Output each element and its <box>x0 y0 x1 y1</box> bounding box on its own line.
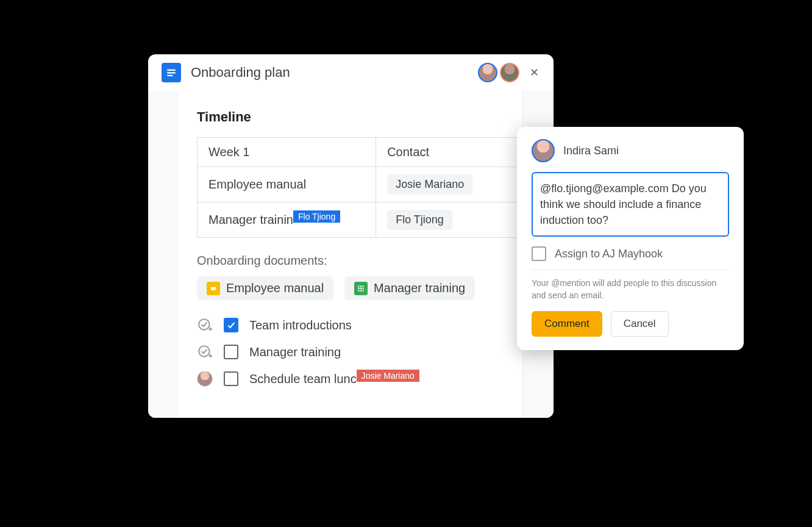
comment-card: Indira Sami @flo.tjiong@example.com Do y… <box>517 127 744 350</box>
checklist-label[interactable]: Team introductions <box>249 318 352 332</box>
timeline-table: Week 1 Contact Employee manual Josie Mar… <box>197 137 522 238</box>
close-icon[interactable]: ✕ <box>528 66 540 79</box>
table-row: Employee manual Josie Mariano <box>198 167 522 203</box>
assignee-avatar[interactable] <box>197 371 213 387</box>
slides-icon <box>207 282 220 295</box>
svg-point-10 <box>199 346 209 356</box>
document-title[interactable]: Onboarding plan <box>191 65 478 81</box>
document-body: Timeline Week 1 Contact Employee manual … <box>148 91 554 418</box>
mention-hint: Your @mention will add people to this di… <box>532 278 729 301</box>
table-header-contact: Contact <box>376 138 522 167</box>
section-heading-documents: Onboarding documents: <box>197 254 522 268</box>
checklist-item: Manager training <box>197 344 522 360</box>
comment-author-avatar[interactable] <box>532 139 555 162</box>
svg-rect-1 <box>167 72 176 73</box>
svg-point-7 <box>199 319 209 329</box>
assign-checkbox[interactable] <box>532 246 546 261</box>
section-heading-timeline: Timeline <box>179 109 522 125</box>
assign-task-icon[interactable] <box>197 317 213 333</box>
collaborator-avatars <box>478 63 519 82</box>
assign-label[interactable]: Assign to AJ Mayhook <box>555 248 663 260</box>
comment-header: Indira Sami <box>532 139 729 162</box>
checkbox-checked[interactable] <box>224 318 238 332</box>
table-cell-item[interactable]: Employee manual <box>198 167 376 203</box>
page-content[interactable]: Timeline Week 1 Contact Employee manual … <box>179 91 523 418</box>
comment-author-name: Indira Sami <box>563 145 619 157</box>
table-header-row: Week 1 Contact <box>198 138 522 167</box>
contact-chip[interactable]: Josie Mariano <box>387 174 472 195</box>
checklist: Team introductions Manager training Sche… <box>197 317 522 387</box>
file-chip-label: Manager training <box>374 281 465 295</box>
assign-row: Assign to AJ Mayhook <box>532 246 729 261</box>
svg-rect-0 <box>167 70 176 71</box>
avatar-collaborator-1[interactable] <box>478 63 497 82</box>
avatar-collaborator-2[interactable] <box>500 63 519 82</box>
file-chip-label: Employee manual <box>226 281 324 295</box>
table-row: Manager traininFlo Tjiong Flo Tjiong <box>198 203 522 238</box>
checklist-label[interactable]: Manager training <box>249 345 341 359</box>
file-chip-slides[interactable]: Employee manual <box>197 276 333 300</box>
comment-button-row: Comment Cancel <box>532 311 729 337</box>
document-chips-row: Employee manual Manager training <box>197 276 522 300</box>
document-header: Onboarding plan ✕ <box>148 54 554 91</box>
svg-rect-3 <box>211 287 216 290</box>
comment-textarea[interactable]: @flo.tjiong@example.com Do you think we … <box>532 172 729 237</box>
checklist-item: Schedule team luncJosie Mariano <box>197 371 522 387</box>
divider <box>532 270 729 270</box>
checkbox[interactable] <box>224 371 238 386</box>
table-cell-contact[interactable]: Josie Mariano <box>376 167 522 203</box>
contact-chip[interactable]: Flo Tjiong <box>387 210 452 230</box>
docs-app-icon <box>162 63 181 82</box>
comment-button[interactable]: Comment <box>532 311 602 337</box>
cell-text: Manager trainin <box>208 213 293 226</box>
table-cell-contact[interactable]: Flo Tjiong <box>376 203 522 238</box>
assign-task-icon[interactable] <box>197 344 213 360</box>
document-window: Onboarding plan ✕ Timeline Week 1 Contac… <box>148 54 554 418</box>
checklist-label[interactable]: Schedule team luncJosie Mariano <box>249 372 357 386</box>
sheets-icon <box>354 282 368 295</box>
svg-rect-2 <box>167 75 173 76</box>
checklist-item: Team introductions <box>197 317 522 333</box>
checklist-label-text: Schedule team lunc <box>249 372 357 385</box>
collab-cursor-label: Flo Tjiong <box>293 210 340 223</box>
checkbox[interactable] <box>224 345 238 359</box>
table-header-week: Week 1 <box>198 138 376 167</box>
cancel-button[interactable]: Cancel <box>611 311 669 337</box>
collab-cursor-label: Josie Mariano <box>357 370 419 382</box>
file-chip-sheets[interactable]: Manager training <box>344 276 475 300</box>
table-cell-item[interactable]: Manager traininFlo Tjiong <box>198 203 376 238</box>
